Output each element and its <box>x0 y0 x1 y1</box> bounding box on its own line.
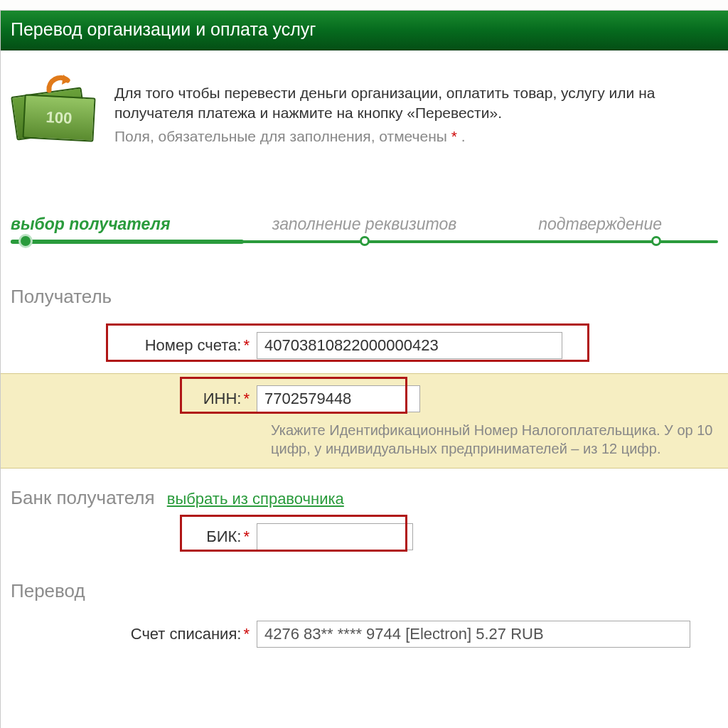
window-content: Перевод организации и оплата услуг 100 Д… <box>0 10 728 728</box>
step-fill-details[interactable]: заполнение реквизитов <box>247 215 483 234</box>
intro-line2: Поля, обязательные для заполнения, отмеч… <box>114 127 728 146</box>
hint-inn: Укажите Идентификационный Номер Налогопл… <box>271 417 728 465</box>
intro-block: 100 Для того чтобы перевести деньги орга… <box>1 50 728 146</box>
step-select-recipient[interactable]: выбор получателя <box>11 215 247 234</box>
label-account: Номер счета:* <box>1 336 257 355</box>
page-title: Перевод организации и оплата услуг <box>11 19 316 39</box>
input-bik[interactable] <box>257 523 413 550</box>
input-inn[interactable] <box>257 385 420 412</box>
intro-line1: Для того чтобы перевести деньги организа… <box>114 83 728 124</box>
section-bank-title: Банк получателя выбрать из справочника <box>11 487 728 509</box>
intro-text: Для того чтобы перевести деньги организа… <box>114 72 728 146</box>
row-debit-account: Счет списания:* 4276 83** **** 9744 [Ele… <box>1 616 728 652</box>
required-asterisk: * <box>451 128 457 144</box>
section-recipient-title: Получатель <box>11 286 728 308</box>
row-account: Номер счета:* <box>1 328 728 363</box>
row-bik: БИК:* <box>1 519 728 555</box>
row-inn: ИНН:* <box>1 381 728 417</box>
select-debit-account[interactable]: 4276 83** **** 9744 [Electron] 5.27 RUB <box>257 621 690 648</box>
page-header: Перевод организации и оплата услуг <box>1 11 728 50</box>
label-bik: БИК:* <box>1 528 257 546</box>
label-inn: ИНН:* <box>1 390 257 408</box>
section-transfer-title: Перевод <box>11 580 728 602</box>
step-confirmation[interactable]: подтверждение <box>482 215 718 234</box>
row-inn-container: ИНН:* Укажите Идентификационный Номер На… <box>1 373 728 469</box>
input-account-number[interactable] <box>257 332 562 359</box>
money-transfer-icon: 100 <box>11 72 96 143</box>
progress-stepper: выбор получателя заполнение реквизитов п… <box>11 215 718 255</box>
label-debit-account: Счет списания:* <box>1 625 257 643</box>
link-choose-from-directory[interactable]: выбрать из справочника <box>167 490 344 508</box>
recipient-form: Номер счета:* ИНН:* Укажите Идентификаци… <box>1 328 728 469</box>
